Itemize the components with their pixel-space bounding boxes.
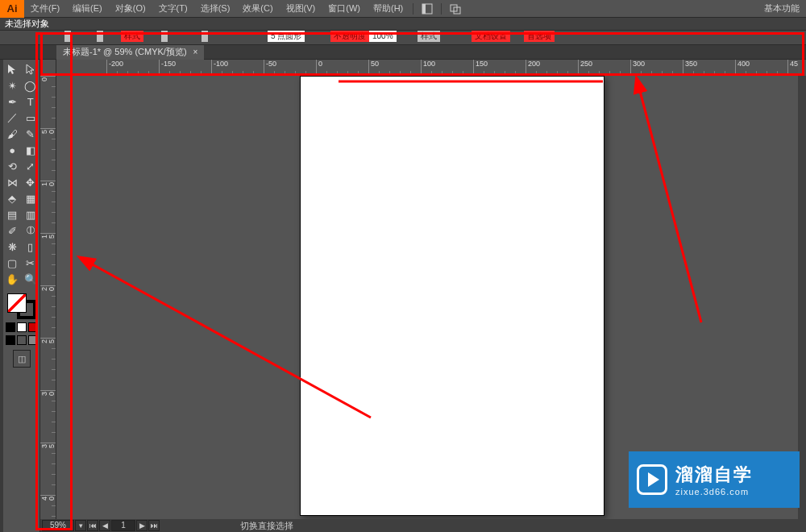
selection-tool[interactable] (3, 61, 22, 77)
menu-select[interactable]: 选择(S) (194, 0, 237, 18)
options-chip[interactable]: 样式 (121, 31, 143, 42)
fill-stroke-control[interactable] (6, 292, 38, 321)
watermark: 溜溜自学 zixue.3d66.com (629, 451, 800, 508)
fill-swatch[interactable] (7, 293, 27, 313)
screen-mode[interactable] (28, 335, 38, 345)
svg-rect-1 (422, 4, 426, 14)
options-chip[interactable]: 样式 (418, 31, 440, 42)
menu-separator (413, 3, 413, 15)
shape-builder-tool[interactable]: ⬘ (3, 190, 22, 206)
document-tab[interactable]: 未标题-1* @ 59% (CMYK/预览) × (56, 45, 204, 60)
color-mode-gradient[interactable] (17, 322, 27, 332)
menu-bar: Ai 文件(F) 编辑(E) 对象(O) 文字(T) 选择(S) 效果(C) 视… (0, 0, 806, 18)
options-chip[interactable]: 100% (369, 31, 397, 42)
zoom-tool[interactable]: 🔍 (22, 271, 40, 287)
symbol-sprayer-tool[interactable]: ❋ (3, 239, 22, 255)
mesh-tool[interactable]: ▤ (3, 206, 22, 222)
blend-tool[interactable]: ⦷ (22, 222, 40, 239)
menu-items: 文件(F) 编辑(E) 对象(O) 文字(T) 选择(S) 效果(C) 视图(V… (24, 0, 409, 18)
hand-tool[interactable]: ✋ (3, 271, 22, 287)
draw-mode-button[interactable]: ◫ (13, 350, 31, 368)
rotate-tool[interactable]: ⟲ (3, 158, 22, 174)
ruler-horizontal[interactable] (56, 60, 798, 76)
type-tool[interactable]: T (22, 94, 40, 110)
page-input[interactable]: 1 (111, 520, 135, 531)
first-page-icon[interactable]: ⏮ (87, 520, 98, 531)
eyedropper-tool[interactable]: ✐ (3, 222, 22, 239)
blob-brush-tool[interactable]: ● (3, 142, 22, 158)
artboard[interactable] (300, 76, 604, 516)
lasso-tool[interactable]: ◯ (22, 77, 40, 94)
options-chip[interactable]: 5 点圆形 (268, 31, 305, 42)
gradient-tool[interactable]: ▥ (22, 206, 40, 222)
scale-tool[interactable]: ⤢ (22, 158, 40, 174)
menu-window[interactable]: 窗口(W) (322, 0, 367, 18)
ruler-vertical[interactable]: 050100150200250300350400 (40, 76, 56, 519)
last-page-icon[interactable]: ⏭ (148, 520, 160, 531)
options-swatch[interactable] (64, 31, 71, 42)
paintbrush-tool[interactable]: 🖌 (3, 126, 22, 142)
eraser-tool[interactable]: ◧ (22, 142, 40, 158)
next-page-icon[interactable]: ▶ (136, 520, 147, 531)
options-swatch[interactable] (161, 31, 168, 42)
options-swatch[interactable] (97, 31, 103, 42)
menu-effect[interactable]: 效果(C) (236, 0, 279, 18)
arrange-icon[interactable] (447, 2, 464, 16)
no-selection-label: 未选择对象 (5, 18, 49, 30)
color-mode-solid[interactable] (6, 322, 15, 332)
line-tool[interactable]: ／ (3, 110, 22, 126)
watermark-title: 溜溜自学 (675, 463, 753, 487)
pencil-tool[interactable]: ✎ (22, 126, 40, 142)
slice-tool[interactable]: ✂ (22, 255, 40, 271)
app-icon: Ai (0, 0, 24, 18)
ruler-origin[interactable] (40, 60, 56, 76)
pen-tool[interactable]: ✒ (3, 94, 22, 110)
layout-icon-1[interactable] (418, 2, 436, 16)
tool-hint: 切换直接选择 (240, 520, 293, 532)
options-chip[interactable]: 不透明度 (330, 31, 369, 42)
width-tool[interactable]: ⋈ (3, 174, 22, 190)
rectangle-tool[interactable]: ▭ (22, 110, 40, 126)
prev-page-icon[interactable]: ◀ (99, 520, 110, 531)
options-bar: 样式 5 点圆形 不透明度 100% 样式 文档设置 首选项 (0, 31, 806, 45)
menu-help[interactable]: 帮助(H) (367, 0, 409, 18)
play-icon (637, 464, 667, 495)
magic-wand-tool[interactable]: ✴ (3, 77, 22, 94)
graph-tool[interactable]: ▯ (22, 239, 40, 255)
options-swatch[interactable] (202, 31, 208, 42)
artboard-tool[interactable]: ▢ (3, 255, 22, 271)
direct-selection-tool[interactable] (22, 61, 40, 77)
color-mode-none[interactable] (28, 322, 38, 332)
watermark-url: zixue.3d66.com (675, 487, 753, 497)
menu-type[interactable]: 文字(T) (152, 0, 194, 18)
selection-status-bar: 未选择对象 (0, 18, 806, 31)
document-tab-strip: 未标题-1* @ 59% (CMYK/预览) × (0, 45, 806, 60)
free-transform-tool[interactable]: ✥ (22, 174, 40, 190)
bottom-bar: 59% ▾ ⏮ ◀ 1 ▶ ⏭ 切换直接选择 (40, 519, 806, 532)
workspace-switcher[interactable]: 基本功能 (758, 0, 806, 18)
close-icon[interactable]: × (193, 48, 198, 56)
options-chip[interactable]: 文档设置 (472, 31, 510, 42)
menu-file[interactable]: 文件(F) (24, 0, 66, 18)
document-tab-label: 未标题-1* @ 59% (CMYK/预览) (63, 46, 187, 58)
screen-mode[interactable] (6, 335, 15, 345)
menu-edit[interactable]: 编辑(E) (66, 0, 109, 18)
zoom-dropdown-icon[interactable]: ▾ (75, 520, 86, 531)
menu-object[interactable]: 对象(O) (109, 0, 152, 18)
menu-separator (441, 3, 442, 15)
tools-panel: ✴◯ ✒T ／▭ 🖌✎ ●◧ ⟲⤢ ⋈✥ ⬘▦ ▤▥ ✐⦷ ❋▯ ▢✂ ✋🔍 ◫ (3, 60, 40, 532)
menu-view[interactable]: 视图(V) (280, 0, 322, 18)
screen-mode[interactable] (17, 335, 27, 345)
zoom-input[interactable]: 59% (42, 520, 74, 531)
options-chip[interactable]: 首选项 (524, 31, 555, 42)
perspective-tool[interactable]: ▦ (22, 190, 40, 206)
